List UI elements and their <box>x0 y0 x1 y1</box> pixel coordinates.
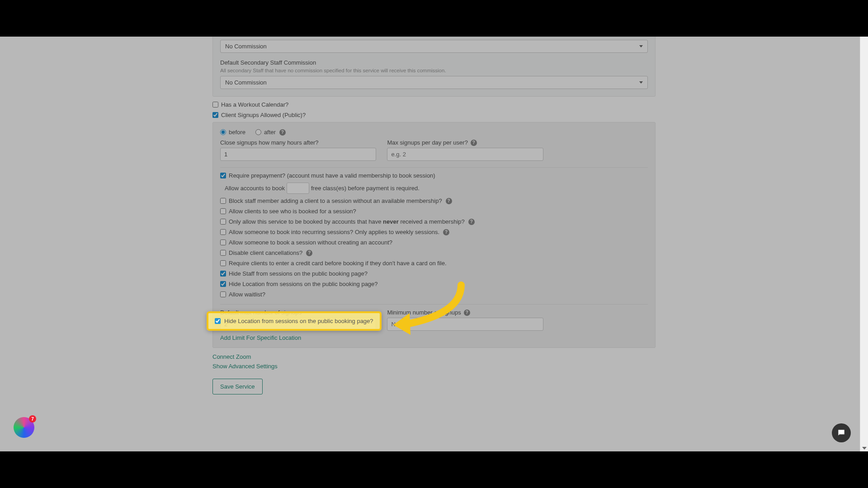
workout-calendar-label: Has a Workout Calendar? <box>221 101 288 108</box>
no-account-row: Allow someone to book a session without … <box>220 239 648 246</box>
help-icon[interactable]: ? <box>468 219 475 225</box>
recurring-label: Allow someone to book into recurring ses… <box>229 229 439 235</box>
commission-select-2[interactable]: No Commission <box>220 76 648 89</box>
client-signups-row: Client Signups Allowed (Public)? <box>212 112 656 118</box>
after-radio[interactable] <box>255 129 261 135</box>
allow-see-checkbox[interactable] <box>220 208 226 214</box>
hide-location-checkbox-highlight[interactable] <box>215 318 221 324</box>
require-cc-checkbox[interactable] <box>220 260 226 266</box>
free-prefix: Allow accounts to book <box>225 185 285 192</box>
prepay-label: Require prepayment? (account must have a… <box>229 172 435 179</box>
add-limit-link[interactable]: Add Limit For Specific Location <box>220 334 301 341</box>
chat-icon <box>837 428 846 437</box>
after-label: after <box>264 129 276 136</box>
spacer-col <box>554 139 648 161</box>
no-account-checkbox[interactable] <box>220 239 226 245</box>
only-never-bold: never <box>383 218 399 225</box>
close-signups-col: Close signups how many hours after? <box>220 139 376 161</box>
notification-widget[interactable] <box>14 417 34 438</box>
client-signups-label: Client Signups Allowed (Public)? <box>221 112 306 118</box>
app-viewport: No Commission Default Secondary Staff Co… <box>0 37 868 451</box>
commission-panel: No Commission Default Secondary Staff Co… <box>212 37 656 97</box>
before-label: before <box>229 129 245 136</box>
block-staff-label: Block staff member adding a client to a … <box>229 197 442 204</box>
recurring-checkbox[interactable] <box>220 229 226 235</box>
only-never-post: received a membership? <box>399 218 465 225</box>
disable-cancel-label: Disable client cancellations? <box>229 249 302 256</box>
select-value: No Commission <box>225 43 267 50</box>
prepay-checkbox[interactable] <box>220 173 226 178</box>
hide-staff-row: Hide Staff from sessions on the public b… <box>220 270 648 277</box>
workout-calendar-checkbox[interactable] <box>212 102 218 108</box>
form-area: No Commission Default Secondary Staff Co… <box>212 37 656 394</box>
min-signups-col: Minimum number of signups ? <box>387 309 543 331</box>
hide-location-highlight-label: Hide Location from sessions on the publi… <box>224 318 373 324</box>
allow-waitlist-label: Allow waitlist? <box>229 291 265 298</box>
help-icon[interactable]: ? <box>279 129 286 136</box>
allow-see-label: Allow clients to see who is booked for a… <box>229 208 356 215</box>
secondary-commission-label: Default Secondary Staff Commission <box>220 59 648 66</box>
highlight-callout: Hide Location from sessions on the publi… <box>207 311 382 331</box>
chevron-down-icon <box>639 81 643 84</box>
require-cc-row: Require clients to enter a credit card b… <box>220 260 648 267</box>
save-button[interactable]: Save Service <box>212 379 263 394</box>
close-signups-label: Close signups how many hours after? <box>220 139 376 146</box>
connect-zoom-link[interactable]: Connect Zoom <box>212 353 656 360</box>
letterbox-bottom <box>0 451 868 488</box>
help-icon[interactable]: ? <box>446 198 452 204</box>
recurring-row: Allow someone to book into recurring ses… <box>220 229 648 235</box>
spacer-col <box>554 309 648 331</box>
hide-staff-label: Hide Staff from sessions on the public b… <box>229 270 368 277</box>
hide-location-row: Hide Location from sessions on the publi… <box>220 281 648 287</box>
min-signups-label: Minimum number of signups <box>387 309 461 316</box>
block-staff-row: Block staff member adding a client to a … <box>220 197 648 204</box>
free-classes-input[interactable] <box>287 183 309 194</box>
divider <box>220 304 648 305</box>
require-cc-label: Require clients to enter a credit card b… <box>229 260 447 267</box>
only-never-label: Only allow this service to be booked by … <box>229 218 465 225</box>
help-icon[interactable]: ? <box>464 310 470 316</box>
block-staff-checkbox[interactable] <box>220 198 226 204</box>
free-classes-row: Allow accounts to book free class(es) be… <box>225 183 648 194</box>
no-account-label: Allow someone to book a session without … <box>229 239 392 246</box>
help-icon[interactable]: ? <box>443 229 449 235</box>
workout-calendar-row: Has a Workout Calendar? <box>212 101 656 108</box>
allow-waitlist-checkbox[interactable] <box>220 291 226 297</box>
hide-location-checkbox[interactable] <box>220 281 226 287</box>
scroll-down-icon <box>862 447 867 450</box>
min-signups-input[interactable] <box>387 318 543 331</box>
disable-cancel-row: Disable client cancellations? ? <box>220 249 648 256</box>
vertical-scrollbar[interactable] <box>860 37 868 451</box>
divider <box>220 167 648 168</box>
client-signups-checkbox[interactable] <box>212 112 218 118</box>
max-signups-label-wrap: Max signups per day per user? ? <box>387 139 543 146</box>
chat-widget-button[interactable] <box>832 423 851 442</box>
allow-see-row: Allow clients to see who is booked for a… <box>220 208 648 215</box>
hide-staff-checkbox[interactable] <box>220 271 226 277</box>
hide-location-label: Hide Location from sessions on the publi… <box>229 281 378 287</box>
min-signups-label-wrap: Minimum number of signups ? <box>387 309 543 316</box>
allow-waitlist-row: Allow waitlist? <box>220 291 648 298</box>
prepay-row: Require prepayment? (account must have a… <box>220 172 648 179</box>
help-icon[interactable]: ? <box>471 140 477 146</box>
max-signups-col: Max signups per day per user? ? <box>387 139 543 161</box>
max-signups-input[interactable] <box>387 148 543 161</box>
only-never-row: Only allow this service to be booked by … <box>220 218 648 225</box>
free-suffix: free class(es) before payment is require… <box>311 185 420 192</box>
before-after-row: before after ? <box>220 129 648 136</box>
chevron-down-icon <box>639 45 643 47</box>
signup-timing-row: Close signups how many hours after? Max … <box>220 139 648 161</box>
disable-cancel-checkbox[interactable] <box>220 250 226 256</box>
max-signups-label: Max signups per day per user? <box>387 139 467 146</box>
select-value: No Commission <box>225 79 267 86</box>
page-content: No Commission Default Secondary Staff Co… <box>0 37 868 451</box>
show-advanced-link[interactable]: Show Advanced Settings <box>212 363 656 370</box>
commission-select-1[interactable]: No Commission <box>220 40 648 53</box>
secondary-commission-help: All secondary Staff that have no commiss… <box>220 68 648 73</box>
only-never-pre: Only allow this service to be booked by … <box>229 218 383 225</box>
help-icon[interactable]: ? <box>306 250 312 256</box>
only-never-checkbox[interactable] <box>220 219 226 225</box>
letterbox-top <box>0 0 868 37</box>
before-radio[interactable] <box>220 129 226 135</box>
close-signups-input[interactable] <box>220 148 376 161</box>
